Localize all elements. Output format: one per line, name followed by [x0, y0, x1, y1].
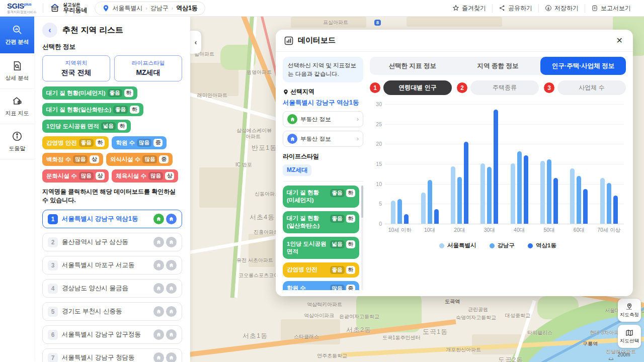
green-house-icon[interactable] — [153, 260, 164, 270]
region-name: 서울특별시 강남구 압구정동 — [62, 330, 149, 339]
close-icon[interactable]: ✕ — [614, 34, 625, 47]
map-control-label: 지도측정 — [620, 312, 639, 318]
location-pin-icon — [102, 5, 110, 12]
realty-info-button-green[interactable]: 부동산 정보› — [283, 111, 363, 127]
nav-item-chart-magnifier[interactable]: 간편 분석 — [0, 17, 34, 54]
scrollbar-thumb[interactable] — [361, 186, 363, 218]
header-action-label: 저장하기 — [554, 4, 579, 13]
indicator-tag: 대기 질 현황(미세먼지)좋음하 — [42, 86, 137, 100]
realty-info-button-blue[interactable]: 부동산 정보› — [283, 131, 363, 147]
header-action-star[interactable]: 즐겨찾기 — [446, 4, 492, 13]
tag-rank-badge: 상 — [96, 172, 105, 180]
breadcrumb-item-sigungu[interactable]: 강남구 — [150, 4, 169, 13]
chart-bar-역삼1동 — [494, 110, 498, 224]
card-label: 대기 질 현황 (미세먼지) — [287, 189, 328, 204]
region-list-item[interactable]: 1서울특별시 강남구 역삼1동 — [42, 210, 182, 228]
chart-x-tick-label: 10세 이하 — [385, 227, 415, 234]
map-label: 서초1동 — [243, 331, 268, 340]
chart-y-tick-label: 10 — [370, 181, 382, 187]
chart-bar-역삼1동 — [434, 209, 439, 224]
header-action-download[interactable]: 저장하기 — [538, 4, 585, 13]
info-icon — [12, 131, 23, 142]
chart-bar-groups — [385, 104, 624, 224]
green-house-icon[interactable] — [153, 306, 164, 317]
subtab-주택종류[interactable]: 주택종류 — [470, 80, 539, 95]
chart-bar-서울특별시 — [421, 193, 426, 224]
chart-y-tick-label: 5 — [370, 201, 382, 207]
map-canvas[interactable]: 프실아파트밀아파트원명아파트래미안아파트삼성에스케이뷰아파트반포1동IC 반포신… — [190, 17, 644, 362]
filter-box-1[interactable]: 라이프스타일MZ세대 — [114, 55, 182, 81]
map-scale-bracket — [609, 357, 613, 360]
breadcrumb[interactable]: 서울특별시› 강남구› 역삼1동 — [95, 2, 205, 15]
chart-bar-group — [505, 104, 534, 224]
selected-info-label: 선택한 정보 — [42, 43, 182, 51]
region-house-icons — [153, 214, 177, 224]
map-label: 은광여자고등학교 — [339, 313, 379, 320]
header-actions: 즐겨찾기공유하기저장하기보고서보기 — [446, 4, 637, 13]
indicator-card: 감염병 안전좋음하 — [283, 262, 359, 278]
back-button[interactable]: ‹ — [42, 23, 57, 38]
map-control-pin-measure[interactable]: 지도측정 — [618, 299, 641, 322]
blue-house-icon[interactable] — [166, 352, 177, 362]
map-label: 근린공원 — [468, 306, 488, 313]
green-house-icon[interactable] — [153, 214, 164, 224]
blue-house-icon[interactable] — [166, 214, 177, 224]
green-house-icon[interactable] — [153, 329, 164, 340]
region-list-item[interactable]: 4경상남도 양산시 물금읍 — [42, 279, 182, 298]
divider — [283, 181, 363, 182]
indicator-tag: 체육시설 수많음상 — [112, 169, 178, 183]
region-name: 서울특별시 마포구 서교동 — [62, 261, 149, 269]
chart-bar-group — [534, 104, 564, 224]
left-nav-rail: 간편 분석상세 분석지표 지도도움말 — [0, 17, 34, 362]
subtab-사업체 수[interactable]: 사업체 수 — [557, 80, 626, 95]
chart-x-axis-labels: 10세 이하10대20대30대40대50대60대70세 이상 — [385, 227, 624, 234]
nav-item-document-search[interactable]: 상세 분석 — [0, 54, 34, 89]
breadcrumb-item-sido[interactable]: 서울특별시 — [113, 4, 143, 13]
map-label: 역삼럭키아파트 — [307, 301, 342, 308]
tab-2[interactable]: 인구·주택·사업체 정보 — [540, 57, 626, 75]
card-badges: 많음중 — [330, 285, 356, 290]
region-house-icons — [153, 306, 177, 317]
subtab-group: 2주택종류 — [457, 80, 539, 95]
region-name: 서울특별시 강남구 역삼1동 — [62, 215, 149, 223]
sgis-logo[interactable]: SGISplus 통계지리정보서비스 — [7, 2, 37, 14]
breadcrumb-separator: › — [146, 6, 147, 11]
map-label: 숙명여자고등학교 — [456, 314, 496, 321]
map-label: 타워팰리스 — [527, 329, 552, 336]
map-control-folded-map[interactable]: 지도선택 — [618, 325, 641, 348]
region-list-item[interactable]: 5경기도 부천시 신중동 — [42, 302, 182, 321]
service-logo[interactable]: 살고싶은 우리동네 — [49, 3, 88, 14]
nav-item-info[interactable]: 도움말 — [0, 124, 34, 159]
blue-house-icon[interactable] — [166, 237, 177, 247]
tag-rank-badge: 하 — [124, 89, 134, 97]
panel-collapse-handle[interactable]: ‹ — [190, 31, 201, 54]
region-list-item[interactable]: 3서울특별시 마포구 서교동 — [42, 256, 182, 275]
nav-item-label: 지표 지도 — [5, 110, 29, 117]
map-label: 아파트 — [246, 133, 261, 140]
blue-house-icon[interactable] — [166, 329, 177, 340]
filter-box-0[interactable]: 지역위치전국 전체 — [42, 55, 110, 81]
folded-map-icon — [625, 329, 633, 337]
tab-1[interactable]: 지역 종합 정보 — [455, 57, 541, 75]
header-action-report[interactable]: 보고서보기 — [585, 4, 637, 13]
subtab-연령대별 인구[interactable]: 연령대별 인구 — [383, 80, 452, 95]
breadcrumb-item-dong[interactable]: 역삼1동 — [176, 4, 198, 13]
region-list-item[interactable]: 2울산광역시 남구 삼산동 — [42, 233, 182, 251]
chart-x-tick-label: 50대 — [534, 227, 564, 234]
header-action-share[interactable]: 공유하기 — [492, 4, 538, 13]
card-label: 1인당 도시공원 면적 — [287, 240, 328, 255]
chart-y-tick-label: 0 — [370, 221, 382, 227]
blue-house-icon[interactable] — [166, 283, 177, 294]
card-label: 대기 질 현황 (일산화탄소) — [287, 215, 328, 230]
green-house-icon[interactable] — [153, 352, 164, 362]
region-list-item[interactable]: 7서울특별시 강남구 청담동 — [42, 348, 182, 362]
tab-0[interactable]: 선택한 지표 정보 — [370, 57, 455, 75]
nav-item-house-map[interactable]: 지표 지도 — [0, 89, 34, 124]
blue-house-icon[interactable] — [166, 260, 177, 270]
blue-house-icon[interactable] — [166, 306, 177, 317]
chart-x-tick-label: 60대 — [564, 227, 594, 234]
region-list-item[interactable]: 6서울특별시 강남구 압구정동 — [42, 325, 182, 344]
green-house-icon[interactable] — [153, 283, 164, 294]
green-house-icon[interactable] — [153, 237, 164, 247]
panel-title: 추천 지역 리스트 — [62, 25, 123, 36]
